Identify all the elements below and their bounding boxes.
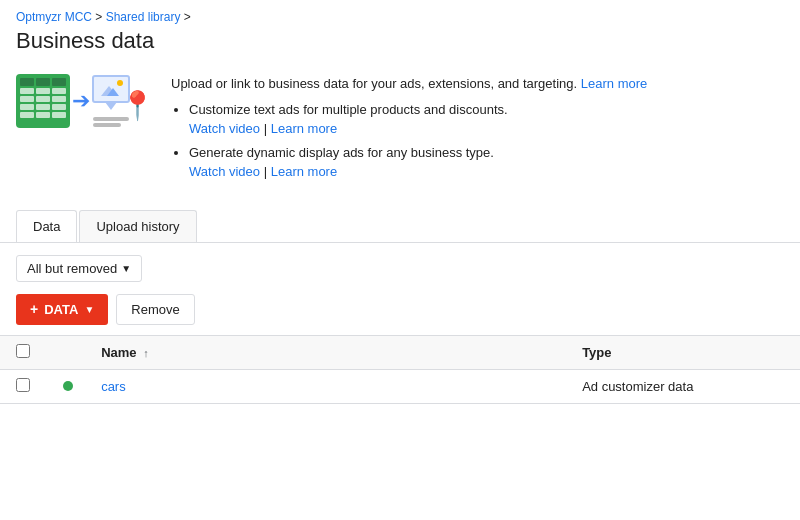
plus-icon: +: [30, 301, 38, 317]
bullet1-learn-link[interactable]: Learn more: [271, 121, 337, 136]
sort-name-icon[interactable]: ↑: [143, 347, 149, 359]
breadcrumb: Optmyzr MCC > Shared library >: [0, 0, 800, 28]
tab-data[interactable]: Data: [16, 210, 77, 242]
data-chevron-icon: ▼: [84, 304, 94, 315]
row-name-link[interactable]: cars: [101, 379, 126, 394]
status-dot: [63, 381, 73, 391]
row-checkbox[interactable]: [16, 378, 30, 392]
row-type-cell: Ad customizer data: [572, 369, 800, 403]
page-title: Business data: [0, 28, 800, 66]
filter-row: All but removed ▼: [0, 243, 800, 290]
row-checkbox-cell: [0, 369, 46, 403]
row-status-cell: [46, 369, 92, 403]
add-data-button[interactable]: + DATA ▼: [16, 294, 108, 325]
remove-button[interactable]: Remove: [116, 294, 194, 325]
spreadsheet-icon: [16, 74, 70, 128]
col-header-status: [46, 335, 92, 369]
arrow-icon: ➔: [72, 88, 90, 114]
info-section: ➔ 📍 Upload or link to business data for …: [0, 66, 800, 202]
tab-upload-history[interactable]: Upload history: [79, 210, 196, 242]
row-name-cell: cars: [91, 369, 572, 403]
action-row: + DATA ▼ Remove: [0, 290, 800, 335]
icon-group: ➔ 📍: [16, 74, 155, 128]
col-header-type: Type: [572, 335, 800, 369]
bullet2-learn-link[interactable]: Learn more: [271, 164, 337, 179]
bullet1-watch-link[interactable]: Watch video: [189, 121, 260, 136]
select-all-checkbox[interactable]: [16, 344, 30, 358]
data-button-label: DATA: [44, 302, 78, 317]
filter-label: All but removed: [27, 261, 117, 276]
table-header-row: Name ↑ Type: [0, 335, 800, 369]
info-text: Upload or link to business data for your…: [171, 74, 784, 186]
data-table: Name ↑ Type carsAd customizer data: [0, 335, 800, 404]
col-header-name: Name ↑: [91, 335, 572, 369]
bullet2-watch-link[interactable]: Watch video: [189, 164, 260, 179]
table-row: carsAd customizer data: [0, 369, 800, 403]
description-learn-more-link[interactable]: Learn more: [581, 76, 647, 91]
breadcrumb-optmyzr[interactable]: Optmyzr MCC: [16, 10, 92, 24]
pin-wrapper: 📍: [120, 89, 155, 122]
filter-button[interactable]: All but removed ▼: [16, 255, 142, 282]
col-header-checkbox: [0, 335, 46, 369]
pin-icon: 📍: [120, 90, 155, 121]
breadcrumb-shared-library[interactable]: Shared library: [106, 10, 181, 24]
tabs-container: Data Upload history: [0, 210, 800, 243]
chevron-down-icon: ▼: [121, 263, 131, 274]
